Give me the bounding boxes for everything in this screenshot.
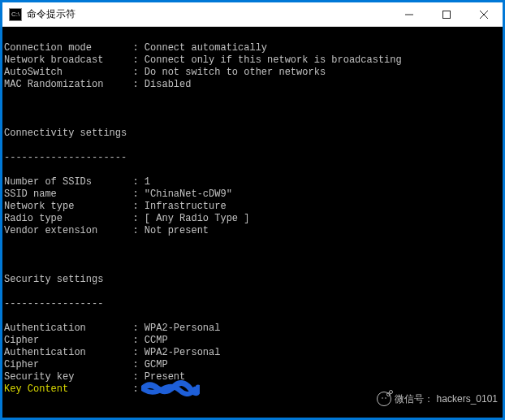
terminal-output[interactable]: Connection mode : Connect automatically … [2, 27, 503, 418]
window-title: 命令提示符 [27, 7, 391, 21]
cmd-icon: C:\ [9, 8, 22, 21]
output-row: SSID name : "ChinaNet-cDW9" [4, 188, 503, 201]
close-button[interactable] [465, 2, 503, 27]
svg-point-4 [382, 397, 383, 399]
output-row: Connection mode : Connect automatically [4, 42, 503, 54]
output-row: Vendor extension : Not present [4, 225, 503, 237]
output-row: Network broadcast : Connect only if this… [4, 54, 503, 67]
output-row: Key Content : [4, 383, 503, 396]
output-row: Authentication : WPA2-Personal [4, 323, 503, 335]
divider: ----------------- [4, 298, 503, 310]
svg-point-5 [385, 397, 386, 399]
section-heading-security: Security settings [4, 274, 503, 286]
output-row: Network type : Infrastructure [4, 201, 503, 213]
output-row: Number of SSIDs : 1 [4, 176, 503, 188]
redacted-value [145, 383, 195, 393]
titlebar[interactable]: C:\ 命令提示符 [2, 2, 503, 27]
command-prompt-window: C:\ 命令提示符 Connection mode : Connect auto… [2, 2, 503, 418]
output-row: AutoSwitch : Do not switch to other netw… [4, 67, 503, 79]
section-heading-connectivity: Connectivity settings [4, 128, 503, 140]
svg-rect-1 [443, 11, 451, 18]
output-row: MAC Randomization : Disabled [4, 79, 503, 91]
output-row: Security key : Present [4, 371, 503, 383]
output-row: Authentication : WPA2-Personal [4, 347, 503, 359]
output-row: Radio type : [ Any Radio Type ] [4, 213, 503, 225]
output-row: Cipher : CCMP [4, 335, 503, 347]
divider: --------------------- [4, 152, 503, 164]
output-row: Cipher : GCMP [4, 359, 503, 371]
minimize-button[interactable] [391, 2, 428, 27]
maximize-button[interactable] [428, 2, 465, 27]
